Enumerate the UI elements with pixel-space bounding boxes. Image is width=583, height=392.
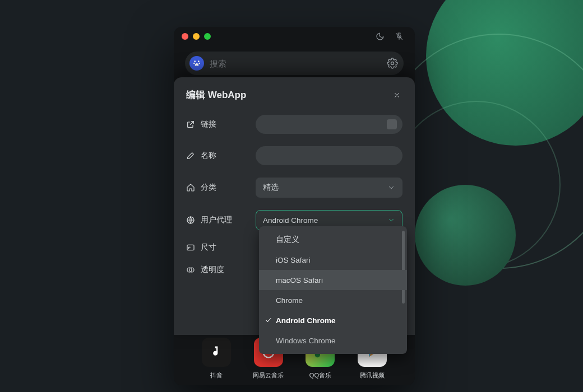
link-label-text: 链接 [201, 119, 216, 129]
app-label: 腾讯视频 [360, 371, 385, 380]
app-icon [202, 338, 231, 367]
dropdown-option[interactable]: macOS Safari [259, 270, 407, 290]
row-label: 用户代理 [186, 215, 248, 225]
close-window-button[interactable] [182, 33, 188, 40]
row-label: 透明度 [186, 265, 248, 275]
favicon-placeholder [387, 119, 397, 129]
useragent-label-text: 用户代理 [201, 215, 232, 225]
edit-webapp-dialog: 编辑 WebApp 链接 名称 [174, 77, 415, 335]
row-label: 分类 [186, 183, 248, 193]
chevron-down-icon [387, 216, 395, 224]
option-label: iOS Safari [276, 256, 311, 264]
pin-off-icon [395, 32, 404, 41]
dialog-title: 编辑 WebApp [186, 88, 246, 101]
window-controls [182, 33, 211, 40]
row-link: 链接 [186, 115, 402, 134]
dropdown-option[interactable]: iOS Safari [259, 250, 407, 270]
external-link-icon [186, 120, 195, 129]
bg-decoration [415, 185, 516, 286]
dropdown-option[interactable]: 自定义 [259, 230, 407, 250]
option-label: Chrome [276, 296, 303, 305]
dropdown-option[interactable]: Windows Chrome [259, 330, 407, 351]
name-label-text: 名称 [201, 151, 216, 161]
row-label: 尺寸 [186, 242, 248, 253]
link-input[interactable] [256, 115, 402, 134]
category-label-text: 分类 [201, 183, 216, 193]
option-label: 自定义 [276, 235, 299, 245]
maximize-window-button[interactable] [204, 33, 211, 40]
paw-icon [192, 59, 201, 68]
settings-button[interactable] [387, 58, 398, 69]
dialog-close-button[interactable] [391, 90, 402, 101]
search-engine-badge[interactable] [189, 56, 204, 71]
useragent-dropdown: 自定义 iOS Safari macOS Safari Chrome Andro… [259, 226, 407, 354]
titlebar [174, 27, 415, 46]
gear-icon [387, 58, 398, 69]
category-select[interactable]: 精选 [256, 178, 402, 198]
svg-rect-2 [187, 245, 194, 250]
size-label-text: 尺寸 [201, 242, 216, 253]
close-icon [393, 91, 401, 99]
app-item-douyin[interactable]: 抖音 [197, 338, 236, 380]
chevron-down-icon [387, 184, 395, 192]
svg-point-0 [391, 62, 394, 65]
app-label: QQ音乐 [309, 371, 331, 380]
opacity-label-text: 透明度 [201, 265, 224, 275]
row-label: 链接 [186, 119, 248, 129]
theme-toggle-button[interactable] [372, 30, 388, 43]
minimize-window-button[interactable] [193, 33, 200, 40]
opacity-icon [186, 265, 195, 274]
row-name: 名称 [186, 146, 402, 165]
dropdown-option[interactable]: Android Chrome [259, 310, 407, 330]
check-icon [265, 316, 272, 324]
option-label: macOS Safari [276, 276, 323, 284]
searchbar[interactable] [185, 52, 404, 75]
moon-icon [376, 32, 385, 41]
app-label: 网易云音乐 [253, 371, 284, 380]
option-label: Windows Chrome [276, 337, 336, 345]
row-category: 分类 精选 [186, 178, 402, 198]
app-label: 抖音 [210, 371, 223, 380]
pin-toggle-button[interactable] [391, 30, 407, 43]
category-value: 精选 [263, 183, 279, 193]
row-label: 名称 [186, 151, 248, 161]
globe-icon [186, 216, 195, 225]
search-input[interactable] [210, 59, 381, 68]
searchbar-container [174, 46, 415, 78]
option-label: Android Chrome [276, 316, 336, 325]
aspect-ratio-icon [186, 243, 195, 252]
music-note-icon [209, 344, 224, 360]
tag-icon [186, 183, 195, 192]
app-window: 抖音 网易云音乐 QQ音乐 腾讯视频 编辑 WebApp [174, 27, 415, 385]
useragent-value: Android Chrome [263, 216, 318, 225]
name-input[interactable] [256, 146, 402, 165]
dropdown-option[interactable]: Chrome [259, 290, 407, 310]
edit-icon [186, 151, 195, 160]
